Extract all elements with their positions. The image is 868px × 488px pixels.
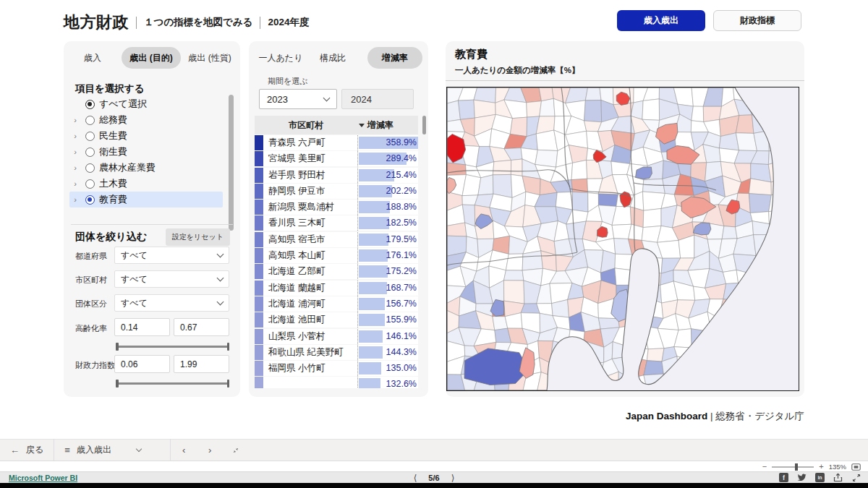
tab-revenue[interactable]: 歳入 <box>72 47 113 69</box>
fiscal-indicators-button[interactable]: 財政指標 <box>713 10 801 31</box>
slider-handle-min[interactable] <box>116 343 119 351</box>
prefecture-dropdown[interactable]: すべて <box>114 247 229 264</box>
expander-icon[interactable]: › <box>69 179 81 188</box>
previous-page-button[interactable]: ‹ <box>171 439 197 461</box>
zoom-slider-thumb[interactable] <box>795 463 798 471</box>
change-rate-value: 202.2% <box>386 184 417 199</box>
category-item[interactable]: › すべて選択 <box>69 96 223 112</box>
chevron-down-icon <box>217 298 224 305</box>
category-item[interactable]: › 土木費 <box>69 176 223 192</box>
table-row[interactable]: 岩手県 野田村 215.4% <box>255 168 418 183</box>
table-row[interactable]: 高知県 本山町 176.1% <box>255 248 418 263</box>
attribution-source: | 総務省・デジタル庁 <box>710 411 804 421</box>
table-row[interactable]: 和歌山県 紀美野町 144.3% <box>255 345 418 360</box>
back-button[interactable]: ← 戻る <box>0 439 54 461</box>
radio-button[interactable] <box>85 132 95 141</box>
share-icon[interactable] <box>833 473 843 482</box>
table-scrollbar[interactable] <box>422 116 426 388</box>
table-header[interactable]: 市区町村 増減率 <box>255 116 418 134</box>
radio-button[interactable] <box>85 100 95 109</box>
category-label: 総務費 <box>99 114 127 127</box>
embed-status-bar: Microsoft Power BI ⟨ 5/6 ⟩ f in <box>0 471 868 483</box>
sort-descending-icon[interactable] <box>359 124 365 127</box>
table-row[interactable]: 山梨県 小菅村 146.1% <box>255 329 418 344</box>
table-row[interactable]: 宮城県 美里町 289.4% <box>255 151 418 166</box>
radio-button[interactable] <box>85 116 95 125</box>
table-row[interactable]: 新潟県 粟島浦村 188.8% <box>255 200 418 215</box>
tab-change-rate[interactable]: 増減率 <box>367 47 422 69</box>
row-color-swatch <box>255 184 263 199</box>
column-municipality[interactable]: 市区町村 <box>255 119 357 132</box>
radio-button[interactable] <box>85 195 95 205</box>
table-row[interactable]: 福岡県 小竹町 135.0% <box>255 361 418 376</box>
aging-rate-min-input[interactable] <box>114 318 170 336</box>
tab-expense-nature[interactable]: 歳出 (性質) <box>182 47 237 69</box>
twitter-icon[interactable] <box>797 473 807 482</box>
category-item[interactable]: › 民生費 <box>69 128 223 144</box>
prev-page-icon[interactable]: ⟨ <box>414 474 417 482</box>
choropleth-map[interactable] <box>446 87 799 391</box>
next-page-button[interactable]: › <box>197 439 223 461</box>
zoom-control: − + 135% <box>762 462 861 471</box>
expander-icon[interactable]: › <box>69 116 81 124</box>
category-item[interactable]: › 衛生費 <box>69 144 223 160</box>
change-rate-value: 135.0% <box>386 361 417 376</box>
tab-composition[interactable]: 構成比 <box>314 47 352 69</box>
revenue-expenditure-button[interactable]: 歳入歳出 <box>617 10 705 31</box>
slider-handle-max[interactable] <box>227 380 230 388</box>
row-color-swatch <box>255 248 263 263</box>
zoom-slider[interactable] <box>772 466 814 468</box>
radio-button[interactable] <box>85 163 95 173</box>
attribution-brand: Japan Dashboard <box>626 411 707 421</box>
table-row[interactable]: 高知県 宿毛市 179.5% <box>255 232 418 247</box>
radio-button[interactable] <box>85 147 95 157</box>
collapse-view-button[interactable] <box>223 439 249 461</box>
scrollbar-thumb[interactable] <box>422 116 426 134</box>
change-rate-value: 182.5% <box>386 215 417 231</box>
change-rate-value: 175.2% <box>386 264 417 279</box>
expander-icon[interactable]: › <box>69 132 81 140</box>
category-item[interactable]: › 総務費 <box>69 112 223 128</box>
category-item[interactable]: › 教育費 <box>69 192 223 207</box>
tab-expense-purpose[interactable]: 歳出 (目的) <box>122 47 181 69</box>
column-change-rate[interactable]: 増減率 <box>367 119 393 132</box>
linkedin-icon[interactable]: in <box>815 473 825 482</box>
fit-to-page-icon[interactable] <box>851 463 861 471</box>
reset-settings-button[interactable]: 設定をリセット <box>166 228 230 246</box>
zoom-in-button[interactable]: + <box>819 463 823 471</box>
aging-rate-max-input[interactable] <box>174 318 229 336</box>
table-row[interactable]: 北海道 池田町 155.9% <box>255 312 418 328</box>
table-row[interactable]: 132.6% <box>255 377 418 388</box>
fiscal-index-slider[interactable] <box>116 380 229 387</box>
fiscal-index-min-input[interactable] <box>114 355 170 373</box>
expander-icon[interactable]: › <box>69 163 81 172</box>
japan-municipalities-map[interactable] <box>447 87 799 390</box>
category-item[interactable]: › 農林水産業費 <box>69 160 223 176</box>
zoom-out-button[interactable]: − <box>762 463 767 471</box>
expander-icon[interactable]: › <box>69 147 81 156</box>
table-row[interactable]: 北海道 浦河町 156.7% <box>255 296 418 312</box>
facebook-icon[interactable]: f <box>779 473 788 482</box>
radio-button[interactable] <box>85 179 95 189</box>
category-item-list: › すべて選択 › 総務費 › 民生費 › 衛生費 › 農林水産業費 › 土木費… <box>69 96 223 207</box>
tab-per-capita[interactable]: 一人あたり <box>256 47 305 69</box>
group-type-dropdown[interactable]: すべて <box>114 294 229 312</box>
page-selector[interactable]: ≡ 歳入歳出 <box>54 439 170 461</box>
slider-handle-min[interactable] <box>116 380 119 388</box>
share-icons: f in <box>779 473 861 482</box>
scrollbar-thumb[interactable] <box>229 95 234 231</box>
slider-handle-max[interactable] <box>227 343 230 351</box>
fullscreen-icon[interactable] <box>851 473 861 482</box>
table-row[interactable]: 静岡県 伊豆市 202.2% <box>255 184 418 199</box>
expander-icon[interactable]: › <box>69 195 81 204</box>
section-divider <box>71 224 233 225</box>
table-row[interactable]: 北海道 蘭越町 168.7% <box>255 281 418 296</box>
aging-rate-slider[interactable] <box>116 343 229 350</box>
municipality-dropdown[interactable]: すべて <box>114 270 229 288</box>
table-row[interactable]: 青森県 六戸町 358.9% <box>255 135 418 150</box>
table-row[interactable]: 北海道 乙部町 175.2% <box>255 264 418 279</box>
year-from-dropdown[interactable]: 2023 <box>259 89 337 109</box>
next-page-icon[interactable]: ⟩ <box>451 474 455 482</box>
fiscal-index-max-input[interactable] <box>174 355 229 373</box>
table-row[interactable]: 香川県 三木町 182.5% <box>255 215 418 231</box>
